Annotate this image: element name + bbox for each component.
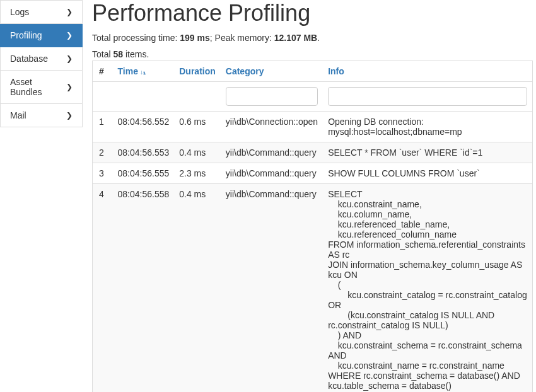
column-header-duration[interactable]: Duration xyxy=(174,61,221,82)
sidebar-item-mail[interactable]: Mail ❯ xyxy=(0,104,83,127)
main-content: Performance Profiling Total processing t… xyxy=(92,0,536,392)
sort-link-category: Category xyxy=(226,66,264,76)
row-time: 08:04:56.552 xyxy=(113,112,175,142)
row-duration: 0.6 ms xyxy=(174,112,221,142)
table-row: 1 08:04:56.552 0.6 ms yii\db\Connection:… xyxy=(93,112,533,142)
filter-row xyxy=(93,82,533,112)
row-info: SHOW FULL COLUMNS FROM `user` xyxy=(323,163,532,184)
row-category: yii\db\Command::query xyxy=(221,163,323,184)
table-row: 4 08:04:56.558 0.4 ms yii\db\Command::qu… xyxy=(93,184,533,393)
sidebar-item-label: Database xyxy=(10,54,48,64)
processing-time: 199 ms xyxy=(180,33,209,43)
sidebar-item-database[interactable]: Database ❯ xyxy=(0,47,83,71)
sort-link-duration: Duration xyxy=(179,66,216,76)
row-category: yii\db\Connection::open xyxy=(221,112,323,142)
row-duration: 2.3 ms xyxy=(174,163,221,184)
row-info: SELECT kcu.constraint_name, kcu.column_n… xyxy=(323,184,532,393)
row-num: 4 xyxy=(93,184,113,393)
sidebar-item-profiling[interactable]: Profiling ❯ xyxy=(0,24,83,47)
sort-link-time: Time↓₁ xyxy=(118,66,146,76)
row-info: Opening DB connection: mysql:host=localh… xyxy=(323,112,532,142)
row-info: SELECT * FROM `user` WHERE `id`=1 xyxy=(323,142,532,163)
chevron-right-icon: ❯ xyxy=(66,8,73,16)
column-header-category[interactable]: Category xyxy=(221,61,323,82)
sidebar: Logs ❯ Profiling ❯ Database ❯ Asset Bund… xyxy=(0,0,83,392)
category-filter-input[interactable] xyxy=(226,87,318,106)
sort-link-info: Info xyxy=(328,66,344,76)
table-row: 3 08:04:56.555 2.3 ms yii\db\Command::qu… xyxy=(93,163,533,184)
row-time: 08:04:56.558 xyxy=(113,184,175,393)
profiling-table: # Time↓₁ Duration Category Info xyxy=(92,61,533,392)
chevron-right-icon: ❯ xyxy=(66,31,73,40)
chevron-right-icon: ❯ xyxy=(66,83,73,91)
sidebar-item-label: Profiling xyxy=(10,30,42,40)
sidebar-item-asset-bundles[interactable]: Asset Bundles ❯ xyxy=(0,71,83,104)
sidebar-item-label: Mail xyxy=(10,110,26,120)
row-category: yii\db\Command::query xyxy=(221,142,323,163)
row-time: 08:04:56.555 xyxy=(113,163,175,184)
table-row: 2 08:04:56.553 0.4 ms yii\db\Command::qu… xyxy=(93,142,533,163)
row-num: 3 xyxy=(93,163,113,184)
summary-text: Total processing time: 199 ms; Peak memo… xyxy=(92,33,533,43)
info-filter-input[interactable] xyxy=(328,87,527,106)
sort-asc-icon: ↓₁ xyxy=(140,69,146,76)
page-title: Performance Profiling xyxy=(92,0,533,26)
column-header-info[interactable]: Info xyxy=(323,61,532,82)
peak-memory: 12.107 MB xyxy=(274,33,317,43)
sidebar-item-label: Logs xyxy=(10,7,29,17)
row-duration: 0.4 ms xyxy=(174,184,221,393)
column-header-num: # xyxy=(93,61,113,82)
row-num: 1 xyxy=(93,112,113,142)
column-header-time[interactable]: Time↓₁ xyxy=(113,61,175,82)
sidebar-item-logs[interactable]: Logs ❯ xyxy=(0,0,83,24)
row-num: 2 xyxy=(93,142,113,163)
sidebar-item-label: Asset Bundles xyxy=(10,77,66,97)
row-time: 08:04:56.553 xyxy=(113,142,175,163)
total-items: Total 58 items. xyxy=(92,49,533,59)
chevron-right-icon: ❯ xyxy=(66,111,73,120)
row-category: yii\db\Command::query xyxy=(221,184,323,393)
chevron-right-icon: ❯ xyxy=(66,54,73,63)
row-duration: 0.4 ms xyxy=(174,142,221,163)
